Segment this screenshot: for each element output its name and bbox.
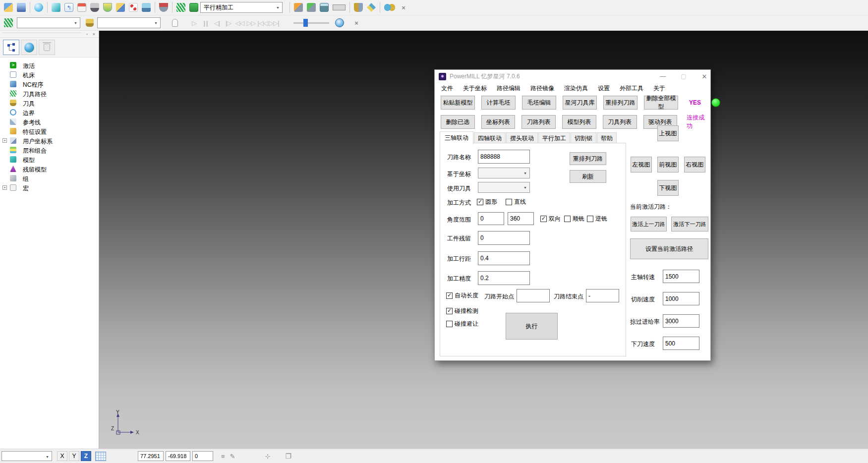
tree-item-activate[interactable]: 激活 <box>0 60 99 70</box>
view-left-button[interactable]: 左视图 <box>631 157 652 173</box>
play-icon[interactable] <box>188 17 200 29</box>
toolpaths-icon[interactable] <box>2 16 15 29</box>
conventional-mill-checkbox[interactable]: 逆铣 <box>587 215 607 223</box>
activate-next-button[interactable]: 激活下一刀路 <box>671 217 708 232</box>
calculator-icon[interactable] <box>318 1 331 14</box>
rewind-icon[interactable] <box>234 17 245 29</box>
angle-from-input[interactable] <box>478 212 504 225</box>
view-right-button[interactable]: 右视图 <box>684 157 705 173</box>
set-active-path-button[interactable]: 设置当前激活路径 <box>630 238 708 259</box>
skim-feed-input[interactable] <box>663 314 699 328</box>
refresh-button[interactable]: 刷新 <box>570 170 606 183</box>
list-icon[interactable]: ≡ <box>221 453 225 460</box>
checkbox-icon[interactable] <box>446 321 453 327</box>
stepover-input[interactable] <box>478 251 530 265</box>
close-panel-icon[interactable]: × <box>91 31 97 37</box>
auto-length-checkbox[interactable]: 自动长度 <box>446 291 478 300</box>
stock-allowance-input[interactable] <box>478 231 530 245</box>
rearrange-toolpaths-button[interactable]: 重排列刀路 <box>603 96 637 110</box>
pencil-icon[interactable]: ✎ <box>230 453 235 460</box>
fast-forward-icon[interactable] <box>245 17 257 29</box>
expand-icon[interactable]: + <box>2 138 7 143</box>
tree-item-levels-sets[interactable]: 层和组合 <box>0 145 99 155</box>
workplane-pair-icon[interactable] <box>382 1 397 14</box>
view-front-button[interactable]: 前视图 <box>657 157 679 173</box>
coord-list-button[interactable]: 坐标列表 <box>481 115 516 129</box>
toolpath-strategy-icon[interactable]: ↰ <box>62 1 75 14</box>
tool-pair-icon[interactable] <box>352 1 365 14</box>
measure-icon[interactable] <box>331 1 347 14</box>
crosshair-icon[interactable]: ⊹ <box>265 453 271 460</box>
angle-to-input[interactable] <box>508 212 534 225</box>
coord-z-input[interactable] <box>192 451 213 461</box>
step-back-icon[interactable] <box>211 17 223 29</box>
points-icon[interactable] <box>127 1 140 14</box>
tolerance-input[interactable] <box>478 271 530 285</box>
dock-grip[interactable] <box>2 33 82 34</box>
use-tool-combo[interactable] <box>478 182 530 193</box>
save-project-icon[interactable] <box>15 1 28 14</box>
menu-coords[interactable]: 关于坐标 <box>463 84 487 93</box>
go-start-icon[interactable] <box>257 17 268 29</box>
tree-item-nc-programs[interactable]: NC程序 <box>0 79 99 89</box>
view-bottom-button[interactable]: 下视图 <box>657 180 679 196</box>
verify-tool-icon[interactable] <box>305 1 318 14</box>
lightbulb-icon[interactable] <box>169 16 181 29</box>
collision-check-checkbox[interactable]: 碰撞检测 <box>446 307 478 315</box>
device-icon[interactable]: ❐ <box>285 452 291 460</box>
toolpath-combo[interactable] <box>17 17 80 28</box>
workplane-combo[interactable] <box>1 451 52 461</box>
tree-item-patterns[interactable]: 参考线 <box>0 117 99 126</box>
axis-z-button[interactable]: Z <box>81 451 91 461</box>
toolpath-list-button[interactable]: 刀路列表 <box>521 115 556 129</box>
bidirectional-checkbox[interactable]: 双向 <box>540 215 561 223</box>
checkbox-icon[interactable] <box>506 199 512 205</box>
open-project-icon[interactable] <box>2 1 15 14</box>
tree-item-macros[interactable]: +宏 <box>0 183 99 192</box>
explorer-tree-tab[interactable] <box>3 40 19 55</box>
checkbox-icon[interactable] <box>564 216 571 222</box>
toolpath-name-input[interactable] <box>478 150 530 164</box>
climb-mill-checkbox[interactable]: 顺铣 <box>564 215 584 223</box>
minimize-icon[interactable]: — <box>654 70 671 83</box>
checkbox-icon[interactable] <box>446 292 453 299</box>
tree-item-toolpaths[interactable]: 刀具路径 <box>0 89 99 98</box>
tree-item-groups[interactable]: 组 <box>0 174 99 183</box>
close-icon[interactable]: × <box>350 16 363 29</box>
execute-button[interactable]: 执行 <box>506 313 558 340</box>
tree-item-feature-sets[interactable]: 特征设置 <box>0 126 99 136</box>
float-panel-icon[interactable]: ▫ <box>84 31 90 37</box>
tree-item-stock-models[interactable]: 残留模型 <box>0 164 99 174</box>
view-top-button[interactable]: 上视图 <box>657 125 679 141</box>
expand-icon[interactable]: + <box>2 185 7 190</box>
boundary-tool-icon[interactable] <box>101 1 114 14</box>
shaded-view-icon[interactable] <box>32 1 45 14</box>
plunge-feed-input[interactable] <box>663 337 699 350</box>
coord-y-input[interactable] <box>166 451 190 461</box>
coord-x-input[interactable] <box>138 451 164 461</box>
menu-settings[interactable]: 设置 <box>598 84 610 93</box>
strategy-combo[interactable]: 平行精加工 <box>200 2 283 13</box>
tool-icon[interactable] <box>83 16 96 29</box>
axis-x-button[interactable]: X <box>57 451 67 461</box>
strategy-list-icon[interactable] <box>187 1 200 14</box>
toolpaths-icon[interactable] <box>174 1 187 14</box>
checkbox-icon[interactable] <box>446 308 453 314</box>
pattern-tool-icon[interactable] <box>114 1 127 14</box>
delete-selected-button[interactable]: 删除已选 <box>441 115 475 129</box>
end-point-input[interactable] <box>586 289 619 302</box>
nc-program-icon[interactable] <box>75 1 88 14</box>
tab-3axis[interactable]: 三轴联动 <box>440 131 473 144</box>
close-icon[interactable]: ✕ <box>696 70 713 83</box>
mode-circle-checkbox[interactable]: 圆形 <box>477 198 497 206</box>
tree-item-models[interactable]: 模型 <box>0 155 99 164</box>
mode-line-checkbox[interactable]: 直线 <box>506 198 526 206</box>
transform-icon[interactable] <box>365 1 378 14</box>
cutting-feed-input[interactable] <box>663 292 699 305</box>
tool-combo[interactable] <box>97 17 161 28</box>
tool-sphere-icon[interactable] <box>88 1 101 14</box>
base-coord-combo[interactable] <box>478 168 530 178</box>
step-forward-icon[interactable] <box>223 17 234 29</box>
calc-block-button[interactable]: 计算毛坯 <box>481 96 516 110</box>
drilling-icon[interactable] <box>140 1 153 14</box>
